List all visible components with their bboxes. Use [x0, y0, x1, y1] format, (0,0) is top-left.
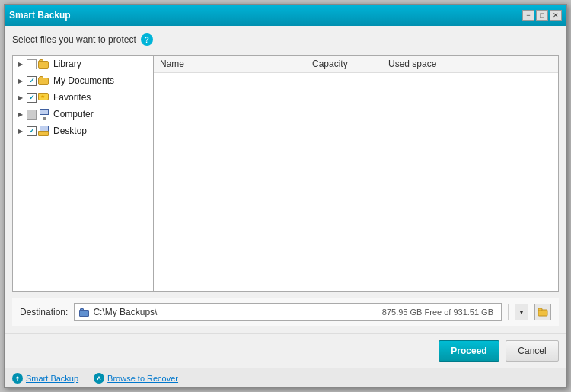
- title-bar: Smart Backup − □ ✕: [5, 5, 566, 26]
- tree-label-library: Library: [53, 59, 81, 69]
- browse-folder-icon: [538, 308, 548, 317]
- cancel-button[interactable]: Cancel: [506, 340, 559, 362]
- tree-label-desktop: Desktop: [53, 126, 87, 136]
- destination-dropdown-button[interactable]: ▼: [515, 304, 528, 320]
- destination-browse-button[interactable]: [534, 304, 551, 320]
- tree-label-my-documents: My Documents: [53, 75, 114, 86]
- tree-item-computer[interactable]: ▶ Computer: [13, 106, 153, 123]
- right-body: [154, 73, 558, 291]
- tree-label-favorites: Favorites: [53, 92, 91, 103]
- file-tree-panel: ▶ Library ▶: [13, 56, 154, 291]
- right-panel: Name Capacity Used space: [154, 56, 558, 291]
- smart-backup-window: Smart Backup − □ ✕ Select files you want…: [4, 4, 567, 388]
- window-title: Smart Backup: [9, 10, 71, 21]
- minimize-button[interactable]: −: [522, 10, 534, 21]
- main-panel: ▶ Library ▶: [12, 55, 559, 292]
- folder-icon-my-documents: [38, 75, 50, 87]
- bottom-bar: Smart Backup Browse to Recover: [5, 368, 566, 387]
- expand-arrow-favorites[interactable]: ▶: [16, 93, 25, 102]
- expand-arrow-desktop[interactable]: ▶: [16, 126, 25, 135]
- checkbox-favorites[interactable]: [27, 93, 37, 103]
- header-text: Select files you want to protect: [12, 34, 136, 45]
- expand-arrow-library[interactable]: ▶: [16, 59, 25, 69]
- folder-icon-favorites: ★: [38, 91, 50, 104]
- header-row: Select files you want to protect ?: [12, 33, 559, 49]
- destination-divider: [508, 304, 509, 320]
- window-controls: − □ ✕: [522, 10, 562, 21]
- destination-path-box: C:\My Backups\ 875.95 GB Free of 931.51 …: [74, 303, 502, 321]
- restore-button[interactable]: □: [536, 10, 548, 21]
- tree-item-favorites[interactable]: ▶ ★ Favorites: [13, 89, 153, 106]
- checkbox-library[interactable]: [27, 59, 37, 69]
- close-button[interactable]: ✕: [550, 10, 562, 21]
- destination-path: C:\My Backups\: [93, 307, 157, 317]
- destination-folder-icon: [79, 308, 90, 317]
- browse-recover-tab-icon: [94, 373, 104, 384]
- checkbox-my-documents[interactable]: [27, 76, 37, 86]
- tree-item-my-documents[interactable]: ▶ My Documents: [13, 72, 153, 89]
- tree-item-library[interactable]: ▶ Library: [13, 56, 153, 72]
- tree-label-computer: Computer: [53, 109, 94, 120]
- destination-label: Destination:: [20, 307, 68, 317]
- tab-smart-backup-label: Smart Backup: [26, 374, 78, 383]
- checkbox-computer[interactable]: [27, 110, 37, 120]
- checkbox-desktop[interactable]: [27, 126, 37, 136]
- tab-browse-recover-label: Browse to Recover: [107, 374, 178, 383]
- column-headers: Name Capacity Used space: [154, 56, 558, 73]
- action-bar: Proceed Cancel: [5, 333, 566, 368]
- col-header-used-space: Used space: [388, 59, 464, 69]
- help-icon[interactable]: ?: [141, 33, 153, 46]
- svg-rect-1: [538, 308, 542, 311]
- destination-bar: Destination: C:\My Backups\ 875.95 GB Fr…: [12, 298, 559, 326]
- computer-icon: [38, 108, 50, 120]
- col-header-capacity: Capacity: [312, 59, 388, 69]
- destination-free-space: 875.95 GB Free of 931.51 GB: [382, 308, 496, 317]
- expand-arrow-my-documents[interactable]: ▶: [16, 76, 25, 85]
- folder-icon-desktop: [38, 125, 50, 137]
- proceed-button[interactable]: Proceed: [439, 340, 499, 362]
- tab-browse-to-recover[interactable]: Browse to Recover: [94, 373, 178, 384]
- content-area: Select files you want to protect ? ▶: [5, 26, 566, 333]
- tree-item-desktop[interactable]: ▶ Desktop: [13, 123, 153, 139]
- tab-smart-backup[interactable]: Smart Backup: [12, 373, 78, 384]
- col-header-name: Name: [160, 59, 312, 69]
- folder-icon-library: [38, 58, 50, 70]
- smart-backup-tab-icon: [12, 373, 23, 384]
- expand-arrow-computer[interactable]: ▶: [16, 110, 25, 119]
